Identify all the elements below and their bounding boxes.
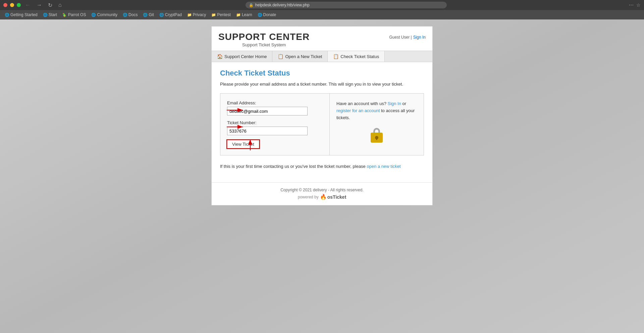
- ticket-number-group: Ticket Number:: [227, 120, 323, 135]
- nav-bar: 🏠 Support Center Home 📋 Open a New Ticke…: [212, 51, 432, 62]
- bookmark-icon-docs: 🌐: [123, 13, 127, 17]
- bookmark-community[interactable]: 🌐 Community: [89, 12, 119, 18]
- form-container: Email Address: Ticket Number: View Ticke…: [220, 93, 424, 155]
- browser-close-btn[interactable]: [3, 3, 7, 7]
- register-link[interactable]: register for an account: [336, 108, 380, 113]
- bookmark-git[interactable]: 🌐 Git: [141, 12, 156, 18]
- bookmark-donate[interactable]: 🌐 Donate: [256, 12, 278, 18]
- home-icon: 🏠: [217, 54, 223, 59]
- home-button[interactable]: ⌂: [57, 1, 63, 9]
- lock-icon: [371, 128, 383, 143]
- site-subtitle: Support Ticket System: [218, 42, 310, 47]
- bookmark-cryptpad[interactable]: 🌐 CryptPad: [157, 12, 184, 18]
- lock-body: [371, 133, 383, 143]
- bookmark-privacy[interactable]: 📁 Privacy: [185, 12, 208, 18]
- bookmark-icon-donate: 🌐: [258, 13, 262, 17]
- site-title: SUPPORT CENTER: [218, 32, 310, 42]
- copyright-text: Copyright © 2021 delivery - All rights r…: [217, 188, 427, 192]
- osticket-brand-text: osTicket: [327, 194, 346, 200]
- osticket-logo: 🔥 osTicket: [320, 194, 346, 200]
- form-section: Email Address: Ticket Number: View Ticke…: [220, 93, 424, 155]
- content-area: Check Ticket Status Please provide your …: [212, 62, 432, 182]
- browser-toolbar: ⋯ ☆: [629, 2, 641, 8]
- extensions-icon: ⋯: [629, 2, 634, 8]
- page-title: Check Ticket Status: [220, 69, 424, 78]
- bookmark-docs[interactable]: 🌐 Docs: [121, 12, 140, 18]
- bookmark-icon-git: 🌐: [143, 13, 148, 17]
- ticket-label: Ticket Number:: [227, 120, 323, 125]
- bookmark-learn[interactable]: 📁 Learn: [234, 12, 254, 18]
- bookmarks-bar: 🌐 Getting Started 🌐 Start 🦜 Parrot OS 🌐 …: [0, 10, 644, 19]
- powered-by: powered by 🔥 osTicket: [217, 194, 427, 200]
- form-right: Have an account with us? Sign In or regi…: [330, 94, 424, 155]
- browser-minimize-btn[interactable]: [10, 3, 14, 7]
- bookmark-icon-start: 🌐: [43, 13, 48, 17]
- refresh-button[interactable]: ↻: [46, 1, 54, 9]
- signin-link[interactable]: Sign In: [413, 35, 426, 40]
- bookmark-getting-started[interactable]: 🌐 Getting Started: [3, 12, 40, 18]
- bookmark-pentest[interactable]: 📁 Pentest: [209, 12, 233, 18]
- bookmark-icon-pentest: 📁: [211, 13, 216, 17]
- browser-chrome: ← → ↻ ⌂ 🔒 helpdesk.delivery.htb/view.php…: [0, 0, 644, 10]
- view-ticket-button[interactable]: View Ticket: [227, 140, 259, 148]
- bookmark-icon-parrot: 🦜: [62, 13, 67, 17]
- nav-support-center-home[interactable]: 🏠 Support Center Home: [212, 51, 272, 62]
- header-auth: Guest User | Sign In: [389, 32, 426, 40]
- forward-button[interactable]: →: [35, 1, 44, 9]
- nav-check-ticket-status[interactable]: 📋 Check Ticket Status: [328, 51, 385, 62]
- address-bar[interactable]: 🔒 helpdesk.delivery.htb/view.php: [246, 2, 447, 8]
- page-container: SUPPORT CENTER Support Ticket System Gue…: [211, 26, 433, 205]
- ticket-icon: 📋: [278, 54, 283, 59]
- bookmark-icon-community: 🌐: [91, 13, 96, 17]
- email-label: Email Address:: [227, 100, 323, 105]
- form-left: Email Address: Ticket Number: View Ticke…: [220, 94, 330, 155]
- nav-open-new-ticket[interactable]: 📋 Open a New Ticket: [272, 51, 328, 62]
- email-input[interactable]: [227, 107, 308, 115]
- bookmark-start[interactable]: 🌐 Start: [41, 12, 59, 18]
- ticket-number-input[interactable]: [227, 127, 308, 135]
- bookmark-icon[interactable]: ☆: [636, 2, 641, 8]
- main-wrapper: SUPPORT CENTER Support Ticket System Gue…: [0, 19, 644, 212]
- status-icon: 📋: [333, 54, 339, 59]
- osticket-flame-icon: 🔥: [320, 194, 327, 200]
- account-info-text: Have an account with us? Sign In or regi…: [336, 100, 417, 121]
- bookmark-icon-privacy: 📁: [187, 13, 192, 17]
- back-button[interactable]: ←: [23, 1, 32, 9]
- url-text: helpdesk.delivery.htb/view.php: [255, 3, 310, 7]
- bookmark-icon-learn: 📁: [236, 13, 241, 17]
- site-footer: Copyright © 2021 delivery - All rights r…: [212, 182, 432, 205]
- page-description: Please provide your email address and a …: [220, 82, 424, 87]
- bookmark-icon-cryptpad: 🌐: [159, 13, 164, 17]
- account-signin-link[interactable]: Sign In: [387, 101, 401, 106]
- security-icon: 🔒: [249, 3, 254, 7]
- guest-label: Guest User |: [389, 35, 412, 40]
- bookmark-icon-getting-started: 🌐: [5, 13, 9, 17]
- bookmark-parrot[interactable]: 🦜 Parrot OS: [60, 12, 88, 18]
- site-branding: SUPPORT CENTER Support Ticket System: [218, 32, 310, 47]
- new-ticket-link[interactable]: open a new ticket: [367, 164, 400, 169]
- bottom-text: If this is your first time contacting us…: [220, 162, 424, 176]
- email-group: Email Address:: [227, 100, 323, 115]
- site-header: SUPPORT CENTER Support Ticket System Gue…: [212, 27, 432, 51]
- browser-maximize-btn[interactable]: [17, 3, 21, 7]
